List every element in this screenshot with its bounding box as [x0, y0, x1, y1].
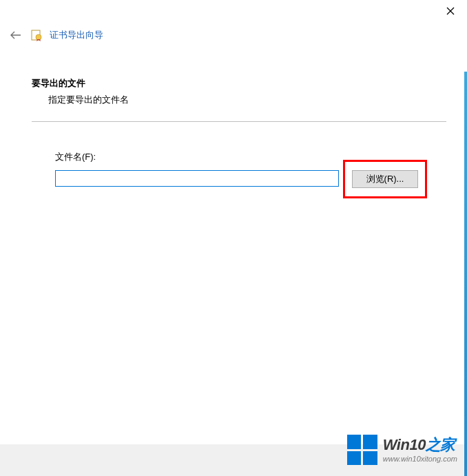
- certificate-icon: [30, 29, 43, 41]
- watermark-brand: Win10之家: [383, 437, 457, 453]
- browse-highlight: 浏览(R)...: [343, 160, 427, 198]
- section-subtext: 指定要导出的文件名: [48, 94, 446, 106]
- divider: [32, 121, 446, 122]
- wizard-content: 要导出的文件 指定要导出的文件名 文件名(F): 浏览(R)...: [32, 77, 446, 198]
- close-icon: [446, 7, 455, 15]
- filename-input[interactable]: [55, 170, 339, 187]
- window-edge: [464, 0, 467, 476]
- back-arrow-icon: [10, 30, 21, 40]
- watermark-url: www.win10xitong.com: [383, 455, 457, 463]
- close-button[interactable]: [445, 6, 456, 17]
- wizard-header: 证书导出向导: [8, 28, 103, 43]
- filename-row: 浏览(R)...: [55, 170, 446, 198]
- browse-button[interactable]: 浏览(R)...: [352, 170, 418, 188]
- windows-logo-icon: [347, 435, 377, 465]
- section-heading: 要导出的文件: [32, 77, 446, 90]
- watermark-text: Win10之家 www.win10xitong.com: [383, 437, 457, 463]
- watermark: Win10之家 www.win10xitong.com: [347, 435, 457, 465]
- watermark-brand-prefix: Win10: [383, 436, 426, 453]
- back-button[interactable]: [8, 28, 23, 43]
- wizard-title: 证书导出向导: [50, 29, 103, 41]
- watermark-brand-suffix: 之家: [426, 436, 455, 453]
- svg-point-3: [36, 34, 41, 40]
